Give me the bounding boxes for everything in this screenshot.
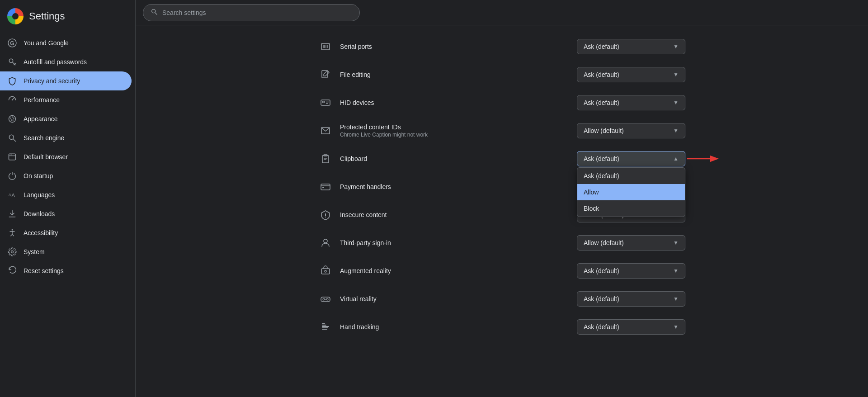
third-party-signin-dropdown[interactable]: Allow (default) ▼ bbox=[577, 235, 685, 250]
setting-row-text: Serial ports bbox=[340, 43, 570, 50]
setting-row-hid-devices: HID devices Ask (default) ▼ bbox=[307, 89, 696, 117]
sidebar-item-you-and-google[interactable]: G You and Google bbox=[0, 33, 132, 52]
serial-ports-dropdown-wrapper: Ask (default) ▼ bbox=[577, 39, 685, 54]
setting-title: Third-party sign-in bbox=[340, 239, 570, 246]
setting-row-file-editing: File editing Ask (default) ▼ bbox=[307, 61, 696, 89]
setting-row-augmented-reality: Augmented reality Ask (default) ▼ bbox=[307, 257, 696, 285]
sidebar-item-languages[interactable]: A A Languages bbox=[0, 185, 132, 204]
hid-devices-icon bbox=[318, 95, 333, 110]
sidebar-item-label: Reset settings bbox=[24, 267, 64, 274]
protected-content-icon bbox=[318, 123, 333, 138]
svg-point-49 bbox=[324, 239, 327, 243]
file-editing-dropdown[interactable]: Ask (default) ▼ bbox=[577, 67, 685, 82]
serial-ports-dropdown[interactable]: Ask (default) ▼ bbox=[577, 39, 685, 54]
sidebar-item-label: Downloads bbox=[24, 210, 55, 217]
chevron-down-icon: ▼ bbox=[673, 268, 679, 274]
clipboard-option-block[interactable]: Block bbox=[577, 200, 685, 217]
sidebar-item-label: System bbox=[24, 248, 45, 255]
search-input[interactable] bbox=[162, 9, 352, 16]
sidebar-item-label: Search engine bbox=[24, 134, 64, 142]
insecure-content-icon bbox=[318, 208, 333, 222]
serial-ports-icon bbox=[318, 39, 333, 54]
sidebar-item-performance[interactable]: Performance bbox=[0, 90, 132, 109]
clipboard-dropdown[interactable]: Ask (default) ▲ bbox=[577, 151, 685, 166]
sidebar-item-label: Performance bbox=[24, 96, 60, 104]
setting-row-protected-content: Protected content IDs Chrome Live Captio… bbox=[307, 117, 696, 145]
sidebar-item-privacy[interactable]: Privacy and security bbox=[0, 71, 132, 90]
setting-row-text: Insecure content bbox=[340, 211, 570, 218]
chevron-down-icon: ▼ bbox=[673, 240, 679, 246]
setting-row-text: Payment handlers bbox=[340, 183, 570, 190]
svg-rect-27 bbox=[321, 43, 330, 50]
hid-devices-dropdown-wrapper: Ask (default) ▼ bbox=[577, 95, 685, 110]
protected-content-dropdown[interactable]: Allow (default) ▼ bbox=[577, 123, 685, 138]
hid-devices-value: Ask (default) bbox=[584, 99, 619, 106]
svg-point-48 bbox=[325, 217, 326, 217]
chevron-up-icon: ▲ bbox=[673, 156, 679, 162]
setting-row-third-party-signin: Third-party sign-in Allow (default) ▼ bbox=[307, 229, 696, 257]
sidebar-item-system[interactable]: System bbox=[0, 242, 132, 261]
svg-point-23 bbox=[12, 229, 13, 231]
svg-point-11 bbox=[13, 118, 14, 119]
sidebar-item-downloads[interactable]: Downloads bbox=[0, 204, 132, 223]
svg-point-13 bbox=[11, 119, 12, 121]
sidebar-item-appearance[interactable]: Appearance bbox=[0, 109, 132, 128]
svg-rect-59 bbox=[322, 325, 326, 326]
svg-point-18 bbox=[10, 155, 11, 156]
sidebar-item-default-browser[interactable]: Default browser bbox=[0, 147, 132, 166]
svg-point-54 bbox=[326, 298, 328, 300]
settings-list: Serial ports Ask (default) ▼ bbox=[307, 25, 696, 348]
protected-content-value: Allow (default) bbox=[584, 127, 624, 134]
sidebar-item-label: On startup bbox=[24, 172, 53, 180]
svg-line-26 bbox=[155, 13, 157, 14]
key-icon bbox=[7, 57, 17, 67]
sidebar-item-reset-settings[interactable]: Reset settings bbox=[0, 261, 132, 280]
hand-tracking-value: Ask (default) bbox=[584, 323, 619, 331]
virtual-reality-dropdown-wrapper: Ask (default) ▼ bbox=[577, 291, 685, 307]
svg-rect-34 bbox=[322, 101, 325, 103]
clipboard-option-allow[interactable]: Allow bbox=[577, 184, 685, 200]
setting-title: HID devices bbox=[340, 99, 570, 106]
sidebar-item-search-engine[interactable]: Search engine bbox=[0, 128, 132, 147]
sidebar-item-on-startup[interactable]: On startup bbox=[0, 166, 132, 185]
browser-icon bbox=[7, 152, 17, 162]
hid-devices-dropdown[interactable]: Ask (default) ▼ bbox=[577, 95, 685, 110]
svg-rect-57 bbox=[322, 327, 328, 328]
third-party-signin-dropdown-wrapper: Allow (default) ▼ bbox=[577, 235, 685, 250]
svg-point-24 bbox=[11, 251, 14, 253]
virtual-reality-dropdown[interactable]: Ask (default) ▼ bbox=[577, 291, 685, 307]
clipboard-option-ask[interactable]: Ask (default) bbox=[577, 168, 685, 184]
shield-icon bbox=[7, 76, 17, 86]
topbar bbox=[136, 0, 868, 25]
main-area: Serial ports Ask (default) ▼ bbox=[136, 0, 868, 397]
setting-row-text: File editing bbox=[340, 71, 570, 78]
setting-row-text: Protected content IDs Chrome Live Captio… bbox=[340, 123, 570, 138]
svg-point-19 bbox=[11, 155, 12, 156]
sidebar-item-accessibility[interactable]: Accessibility bbox=[0, 223, 132, 242]
setting-row-text: HID devices bbox=[340, 99, 570, 106]
sidebar-item-label: Appearance bbox=[24, 115, 58, 123]
svg-line-15 bbox=[14, 139, 16, 142]
augmented-reality-dropdown[interactable]: Ask (default) ▼ bbox=[577, 263, 685, 279]
virtual-reality-value: Ask (default) bbox=[584, 295, 619, 302]
svg-point-53 bbox=[323, 298, 325, 300]
augmented-reality-dropdown-wrapper: Ask (default) ▼ bbox=[577, 263, 685, 279]
search-box[interactable] bbox=[143, 4, 360, 21]
setting-row-text: Virtual reality bbox=[340, 295, 570, 302]
sidebar-item-autofill[interactable]: Autofill and passwords bbox=[0, 52, 132, 71]
setting-title: Hand tracking bbox=[340, 323, 570, 331]
svg-rect-56 bbox=[322, 326, 329, 327]
clipboard-value: Ask (default) bbox=[584, 155, 619, 162]
chevron-down-icon: ▼ bbox=[673, 128, 679, 134]
translate-icon: A A bbox=[7, 190, 17, 200]
chevron-down-icon: ▼ bbox=[673, 71, 679, 78]
hand-tracking-dropdown[interactable]: Ask (default) ▼ bbox=[577, 319, 685, 335]
svg-rect-46 bbox=[322, 187, 324, 188]
setting-title: Insecure content bbox=[340, 211, 570, 218]
gauge-icon bbox=[7, 95, 17, 105]
setting-row-clipboard: Clipboard Ask (default) ▲ Ask (default) … bbox=[307, 145, 696, 173]
clipboard-dropdown-menu: Ask (default) Allow Block bbox=[577, 167, 685, 217]
gear-icon bbox=[7, 247, 17, 257]
setting-row-serial-ports: Serial ports Ask (default) ▼ bbox=[307, 33, 696, 61]
accessibility-icon bbox=[7, 228, 17, 238]
